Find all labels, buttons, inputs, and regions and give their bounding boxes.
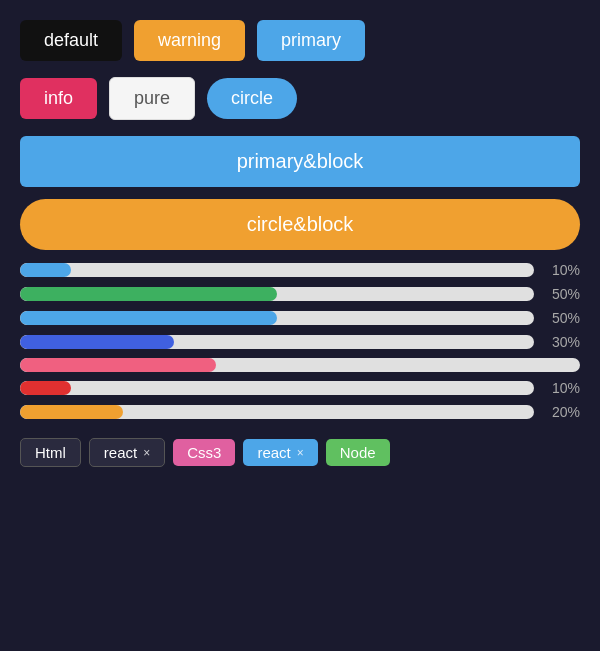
progress-fill: [20, 263, 71, 277]
progress-fill: [20, 358, 216, 372]
pure-button[interactable]: pure: [109, 77, 195, 120]
button-row-2: info pure circle: [20, 77, 580, 120]
progress-label: 30%: [542, 334, 580, 350]
progress-row: 10%: [20, 262, 580, 278]
progress-track: [20, 263, 534, 277]
progress-row: 30%: [20, 334, 580, 350]
progress-fill: [20, 405, 123, 419]
circle-button[interactable]: circle: [207, 78, 297, 119]
default-button[interactable]: default: [20, 20, 122, 61]
progress-row: [20, 358, 580, 372]
progress-track: [20, 405, 534, 419]
progress-fill: [20, 287, 277, 301]
progress-track: [20, 335, 534, 349]
circle-block-button[interactable]: circle&block: [20, 199, 580, 250]
primary-button[interactable]: primary: [257, 20, 365, 61]
tag-label: react: [257, 444, 290, 461]
progress-track: [20, 287, 534, 301]
tag-close-icon[interactable]: ×: [297, 446, 304, 460]
progress-section: 10%50%50%30%10%20%: [20, 262, 580, 420]
progress-label: 10%: [542, 262, 580, 278]
progress-label: 50%: [542, 286, 580, 302]
progress-row: 50%: [20, 286, 580, 302]
tag-label: react: [104, 444, 137, 461]
info-button[interactable]: info: [20, 78, 97, 119]
progress-row: 20%: [20, 404, 580, 420]
progress-track: [20, 358, 580, 372]
progress-label: 20%: [542, 404, 580, 420]
progress-track: [20, 311, 534, 325]
progress-track: [20, 381, 534, 395]
progress-label: 50%: [542, 310, 580, 326]
tag-node[interactable]: Node: [326, 439, 390, 466]
progress-fill: [20, 311, 277, 325]
tag-close-icon[interactable]: ×: [143, 446, 150, 460]
progress-fill: [20, 335, 174, 349]
progress-fill: [20, 381, 71, 395]
tag-html[interactable]: Html: [20, 438, 81, 467]
tag-label: Html: [35, 444, 66, 461]
tag-css3[interactable]: Css3: [173, 439, 235, 466]
progress-label: 10%: [542, 380, 580, 396]
button-row-1: default warning primary: [20, 20, 580, 61]
progress-row: 50%: [20, 310, 580, 326]
tag-label: Css3: [187, 444, 221, 461]
warning-button[interactable]: warning: [134, 20, 245, 61]
tags-row: Htmlreact×Css3react×Node: [20, 438, 580, 467]
primary-block-button[interactable]: primary&block: [20, 136, 580, 187]
progress-row: 10%: [20, 380, 580, 396]
tag-react2[interactable]: react×: [243, 439, 317, 466]
tag-label: Node: [340, 444, 376, 461]
tag-react1[interactable]: react×: [89, 438, 165, 467]
